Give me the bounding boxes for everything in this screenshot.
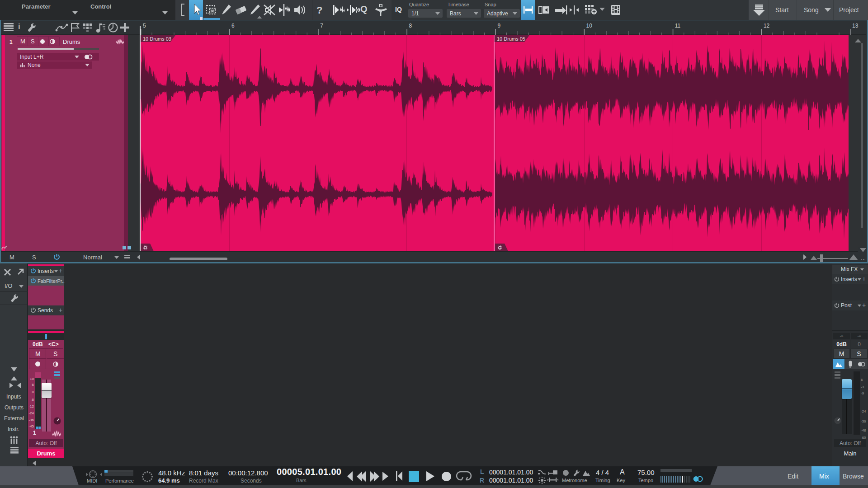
svg-text:10: 10 xyxy=(586,23,593,29)
svg-text:9: 9 xyxy=(498,23,501,29)
svg-text:10 Drums 05: 10 Drums 05 xyxy=(497,36,525,42)
svg-text:11: 11 xyxy=(675,23,681,29)
svg-text:10 Drums 03: 10 Drums 03 xyxy=(143,36,171,42)
svg-text:8: 8 xyxy=(409,23,412,29)
svg-text:6: 6 xyxy=(231,23,235,29)
svg-text:7: 7 xyxy=(320,23,323,29)
svg-text:13: 13 xyxy=(852,23,859,29)
svg-text:12: 12 xyxy=(764,23,770,29)
svg-text:5: 5 xyxy=(143,23,146,29)
